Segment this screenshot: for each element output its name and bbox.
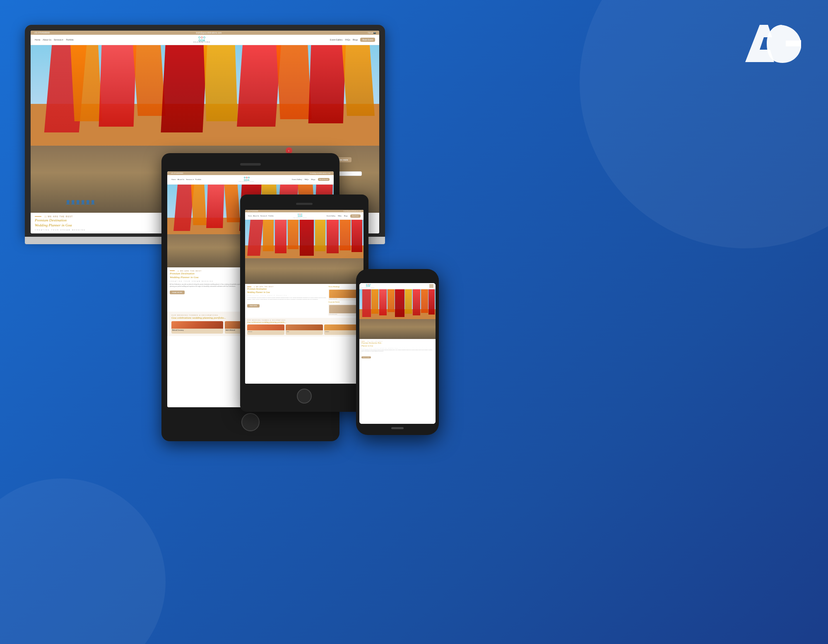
nav-about[interactable]: About Us bbox=[43, 38, 51, 41]
topbar-email: krish@goacelebrations.com bbox=[196, 31, 221, 34]
tablet-small-device: +91-9764568968 krish@goacelebrations.com… bbox=[240, 195, 368, 412]
phone-title: Premium Destination Wed...Planner in Goa bbox=[361, 342, 433, 347]
site-logo: GOA CELEBRATIONS bbox=[193, 36, 210, 43]
topbar-phone: +91-9764568968 bbox=[34, 31, 50, 34]
logo-celebrations: CELEBRATIONS bbox=[193, 42, 210, 43]
phone-notch bbox=[385, 275, 410, 280]
site-topbar: +91-9764568968 krish@goacelebrations.com… bbox=[31, 31, 379, 35]
small-nav: Home About Us Services ▾ Portfolio GOA C… bbox=[245, 212, 363, 220]
small-content-left: WE ARE THE BEST Premium DestinationWeddi… bbox=[247, 286, 326, 316]
small-content-row: WE ARE THE BEST Premium DestinationWeddi… bbox=[245, 284, 363, 318]
small-hero: 🌴 🌴 🌴 🌴 bbox=[245, 220, 363, 284]
we-are-best-label: WE ARE THE BEST bbox=[45, 215, 73, 218]
logo-circles bbox=[198, 36, 205, 38]
small-themes: OUR WEDDING THEMES & DECORATIONS Goa cel… bbox=[245, 318, 363, 336]
tablet-topbar: +91-9764568968 krish@goacelebrations.com bbox=[167, 171, 334, 175]
ag-logo bbox=[737, 17, 803, 70]
phone-read-more[interactable]: READ MORE bbox=[361, 356, 371, 358]
nav-event-gallery[interactable]: Event-Gallery bbox=[330, 38, 342, 41]
phone-logo: GOA CELEBRATIONS bbox=[361, 284, 375, 288]
nav-links-left: Home About Us Services ▾ Portfolio bbox=[35, 38, 74, 41]
tablet-nav-links: Home About Us Services ▾ Portfolio bbox=[171, 178, 201, 180]
phone-website: GOA CELEBRATIONS bbox=[359, 283, 436, 424]
tablet-nav-right: Event-Gallery FAQs Blogs Book Event bbox=[292, 178, 330, 181]
phone-hero-bg: 🌴 🌴 🌴 🌴 bbox=[359, 289, 436, 339]
t-topbar-phone: +91-9764568968 bbox=[171, 172, 183, 174]
t-topbar-email: krish@goacelebrations.com bbox=[310, 172, 330, 174]
small-theme-mehendi: Mehendi bbox=[247, 324, 284, 335]
small-theme-haldi: Haldi bbox=[286, 324, 323, 335]
tablet-logo: GOA CELEBRATIONS bbox=[239, 177, 255, 183]
tablet-small-bezel: +91-9764568968 krish@goacelebrations.com… bbox=[240, 195, 368, 412]
phone-hero: 🌴 🌴 🌴 🌴 bbox=[359, 289, 436, 339]
small-logo: GOA CELEBRATIONS bbox=[293, 214, 307, 218]
phone-device: GOA CELEBRATIONS bbox=[356, 269, 439, 435]
nav-services[interactable]: Services ▾ bbox=[54, 38, 64, 41]
nav-blogs[interactable]: Blogs bbox=[353, 38, 358, 41]
tablet-nav: Home About Us Services ▾ Portfolio GOA C… bbox=[167, 175, 334, 185]
phone-content: WE ARE THE BEST Premium Destination Wed.… bbox=[359, 339, 436, 361]
phone-bezel: GOA CELEBRATIONS bbox=[356, 269, 439, 435]
nav-faqs[interactable]: FAQs bbox=[345, 38, 350, 41]
phone-description: At Goa Celebrations, we pride ourselves … bbox=[361, 349, 433, 352]
phone-nav: GOA CELEBRATIONS bbox=[359, 283, 436, 289]
phone-screen: GOA CELEBRATIONS bbox=[359, 283, 436, 424]
gold-line bbox=[35, 216, 41, 217]
theme-card-mehendi: Mehendi Ceremony bbox=[171, 321, 223, 334]
tablet-small-screen: +91-9764568968 krish@goacelebrations.com… bbox=[245, 210, 363, 384]
hamburger-menu-icon[interactable] bbox=[429, 284, 433, 288]
phone-home-button bbox=[391, 427, 404, 429]
book-event-button[interactable]: Book Event bbox=[360, 38, 375, 42]
nav-portfolio[interactable]: Portfolio bbox=[66, 38, 73, 41]
tablet-read-more[interactable]: READ MORE bbox=[170, 291, 185, 294]
small-read-more[interactable]: READ MORE bbox=[247, 304, 260, 308]
tablet-small-website: +91-9764568968 krish@goacelebrations.com… bbox=[245, 210, 363, 384]
site-nav: Home About Us Services ▾ Portfolio GOA C… bbox=[31, 35, 379, 45]
small-themes-grid: Mehendi Haldi Sangeet bbox=[247, 324, 361, 335]
nav-home[interactable]: Home bbox=[35, 38, 40, 41]
small-hero-bg: 🌴 🌴 🌴 🌴 bbox=[245, 220, 363, 284]
nav-links-right: Event-Gallery FAQs Blogs Book Event bbox=[330, 38, 375, 42]
topbar-social: f in yt 📷 bbox=[368, 31, 376, 34]
